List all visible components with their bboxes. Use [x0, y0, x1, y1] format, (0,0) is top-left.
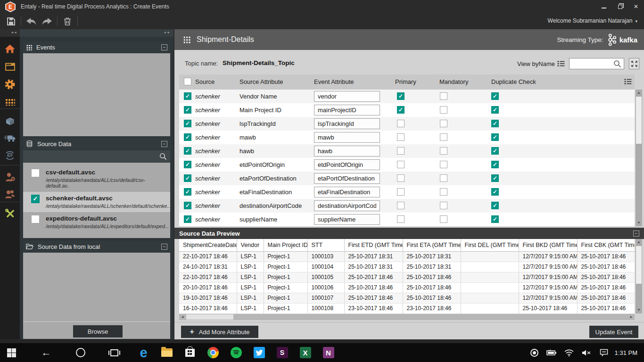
scroll-right-icon[interactable]: ► [628, 314, 635, 320]
primary-checkbox[interactable] [397, 202, 405, 209]
collapse-minus-icon[interactable]: − [161, 244, 167, 250]
mandatory-checkbox[interactable] [440, 215, 447, 223]
row-select-checkbox[interactable]: ✓ [184, 147, 191, 155]
excel-icon[interactable]: X [294, 343, 317, 362]
event-attribute-input[interactable] [314, 118, 380, 129]
mandatory-checkbox[interactable] [440, 161, 447, 168]
mandatory-checkbox[interactable] [440, 202, 447, 209]
collapse-minus-icon[interactable]: − [161, 141, 167, 147]
select-all-checkbox[interactable] [184, 78, 191, 85]
primary-checkbox[interactable] [397, 133, 405, 141]
add-more-attribute-button[interactable]: + Add More Attribute [181, 326, 258, 338]
event-attribute-input[interactable] [314, 159, 380, 170]
windows-store-icon[interactable] [178, 343, 201, 362]
record-tray-icon[interactable] [526, 343, 543, 362]
preview-hscrollbar[interactable]: ◄ ► [179, 314, 635, 320]
restore-button[interactable] [612, 0, 628, 13]
edge-icon[interactable]: e [132, 343, 155, 362]
close-button[interactable]: ✕ [628, 0, 644, 13]
collapse-minus-icon[interactable]: − [633, 230, 639, 237]
users-icon[interactable] [0, 186, 20, 202]
scroll-down-icon[interactable]: ▼ [636, 307, 642, 313]
mandatory-checkbox[interactable] [440, 147, 447, 155]
duplicate-check-checkbox[interactable]: ✓ [491, 120, 499, 127]
mandatory-checkbox[interactable] [440, 133, 447, 141]
primary-checkbox[interactable] [397, 215, 405, 223]
attributes-scrollbar[interactable]: ▲ ▼ [636, 90, 642, 226]
attribute-search-input[interactable] [569, 58, 624, 69]
row-select-checkbox[interactable]: ✓ [184, 161, 191, 168]
settings-gear-icon[interactable] [0, 76, 20, 92]
fullscreen-expand-icon[interactable] [629, 58, 639, 69]
table-options-icon[interactable] [624, 78, 632, 86]
duplicate-check-checkbox[interactable]: ✓ [491, 174, 499, 182]
row-select-checkbox[interactable]: ✓ [184, 92, 191, 100]
duplicate-check-checkbox[interactable]: ✓ [491, 202, 499, 209]
chrome-icon[interactable] [201, 343, 224, 362]
save-icon[interactable] [3, 17, 19, 26]
scroll-thumb[interactable] [186, 314, 233, 320]
duplicate-check-checkbox[interactable]: ✓ [491, 106, 499, 114]
spotify-icon[interactable] [224, 343, 248, 362]
browse-button[interactable]: Browse [73, 325, 123, 337]
events-section-header[interactable]: Events − [23, 41, 170, 53]
slack-icon[interactable]: S [271, 343, 294, 362]
scroll-thumb[interactable] [636, 97, 642, 144]
view-by-list-icon[interactable] [557, 60, 565, 69]
source-file-item[interactable]: expeditors-default.avsc /entaly/datalake… [23, 212, 170, 232]
event-attribute-input[interactable] [314, 146, 380, 156]
primary-checkbox[interactable] [397, 147, 405, 155]
action-center-icon[interactable] [595, 343, 613, 362]
taskbar-clock[interactable]: 1:31 PM [615, 349, 637, 356]
source-data-search[interactable] [23, 150, 170, 162]
primary-checkbox[interactable] [397, 188, 405, 196]
primary-checkbox[interactable]: ✓ [397, 92, 405, 100]
scroll-thumb[interactable] [636, 246, 642, 284]
event-attribute-input[interactable] [314, 132, 380, 143]
primary-checkbox[interactable] [397, 120, 405, 127]
rail-collapse[interactable]: ◄◄ [0, 29, 20, 37]
mandatory-checkbox[interactable] [440, 92, 447, 100]
event-attribute-input[interactable] [314, 105, 380, 115]
mandatory-checkbox[interactable] [440, 188, 447, 196]
iot-icon[interactable]: IOT [0, 147, 20, 163]
scroll-up-icon[interactable]: ▲ [636, 239, 642, 246]
tools-icon[interactable] [0, 206, 20, 222]
source-file-item[interactable]: ✓ schenker-default.avsc /entaly/datalake… [23, 192, 170, 212]
event-attribute-input[interactable] [314, 187, 380, 197]
scroll-up-icon[interactable]: ▲ [636, 90, 642, 96]
source-local-section-header[interactable]: Source Data from local − [23, 241, 170, 252]
mandatory-checkbox[interactable] [440, 120, 447, 127]
scroll-down-icon[interactable]: ▼ [636, 220, 642, 226]
window-icon[interactable] [0, 58, 20, 74]
package-icon[interactable] [0, 113, 20, 129]
view-by-label[interactable]: View byName [517, 60, 555, 67]
add-user-icon[interactable] [0, 169, 20, 185]
collapse-minus-icon[interactable]: − [161, 44, 167, 50]
cortana-button[interactable] [69, 343, 92, 362]
user-menu[interactable]: Welcome Subramanian Natarajan▾ [548, 17, 637, 24]
row-select-checkbox[interactable]: ✓ [184, 174, 191, 182]
event-attribute-input[interactable] [314, 91, 380, 102]
primary-checkbox[interactable] [397, 174, 405, 182]
update-event-button[interactable]: Update Event [589, 326, 638, 338]
duplicate-check-checkbox[interactable]: ✓ [491, 133, 499, 141]
truck-icon[interactable] [0, 130, 20, 146]
row-select-checkbox[interactable]: ✓ [184, 120, 191, 127]
source-file-item[interactable]: csv-default.avsc /entaly/datalake/rawdat… [23, 166, 170, 192]
minimize-button[interactable] [596, 0, 612, 13]
battery-icon[interactable] [543, 343, 561, 362]
volume-muted-icon[interactable] [578, 343, 595, 362]
duplicate-check-checkbox[interactable]: ✓ [491, 147, 499, 155]
start-button[interactable] [0, 343, 23, 362]
home-icon[interactable] [0, 41, 20, 57]
row-select-checkbox[interactable]: ✓ [184, 188, 191, 196]
task-view-button[interactable] [103, 343, 125, 362]
duplicate-check-checkbox[interactable]: ✓ [491, 188, 499, 196]
mandatory-checkbox[interactable] [440, 174, 447, 182]
preview-vscrollbar[interactable]: ▲ ▼ [636, 239, 642, 313]
file-checkbox[interactable] [31, 215, 40, 223]
redo-icon[interactable] [39, 17, 55, 25]
back-button[interactable]: ← [35, 343, 58, 362]
source-data-section-header[interactable]: Source Data − [23, 138, 170, 149]
